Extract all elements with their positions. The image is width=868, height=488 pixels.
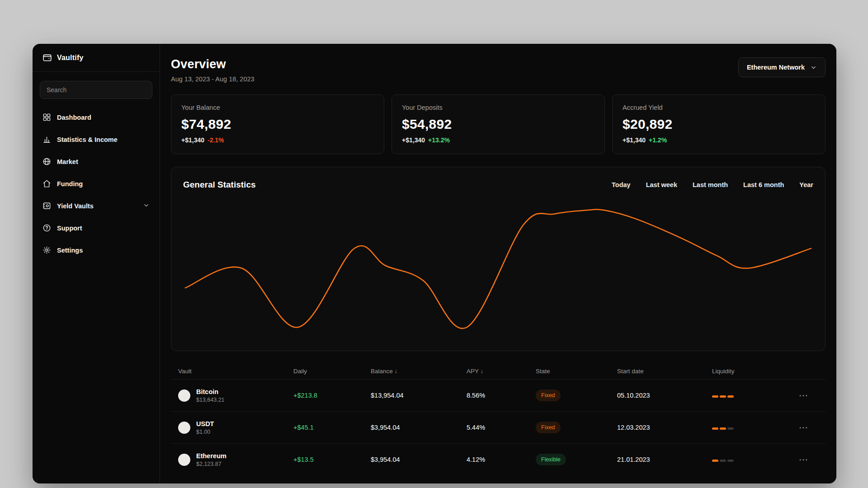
col-header-daily: Daily xyxy=(293,368,371,375)
chart-time-filters: Today Last week Last month Last 6 month … xyxy=(612,181,813,188)
search-input[interactable] xyxy=(40,81,152,99)
row-menu-button[interactable]: ⋯ xyxy=(795,421,812,434)
dashboard-icon xyxy=(42,113,51,122)
stat-card-balance: Your Balance $74,892 +$1,340 -2.1% xyxy=(171,94,384,154)
balance-value: $3,954.04 xyxy=(371,424,467,431)
apy-value: 4.12% xyxy=(467,456,536,463)
stat-delta-pct: -2.1% xyxy=(208,136,224,144)
stat-delta-amount: +$1,340 xyxy=(402,136,425,144)
daily-change: +$13.5 xyxy=(293,456,371,463)
start-date: 12.03.2023 xyxy=(617,424,712,431)
sidebar-item-market[interactable]: Market xyxy=(36,150,156,173)
vaults-table: Vault Daily Balance ↓ APY ↓ State Start … xyxy=(171,363,826,475)
liquidity-indicator xyxy=(712,427,734,430)
stat-delta: +$1,340 +13.2% xyxy=(402,136,594,144)
app-window: Vaultify Dashboard Statistics & Income M… xyxy=(33,44,836,483)
main-content: Overview Aug 13, 2023 - Aug 18, 2023 Eth… xyxy=(160,44,836,483)
sidebar-item-label: Dashboard xyxy=(57,114,91,121)
chevron-down-icon[interactable] xyxy=(143,202,150,210)
sidebar: Vaultify Dashboard Statistics & Income M… xyxy=(33,44,160,483)
daily-change: +$213.8 xyxy=(293,392,371,399)
stat-label: Your Balance xyxy=(181,104,374,111)
home-icon xyxy=(42,179,51,188)
filter-last-month[interactable]: Last month xyxy=(693,181,728,188)
stat-delta-pct: +1.2% xyxy=(649,136,667,144)
filter-last-week[interactable]: Last week xyxy=(646,181,677,188)
stat-delta-amount: +$1,340 xyxy=(181,136,204,144)
sidebar-item-label: Settings xyxy=(57,247,83,254)
stat-label: Your Deposits xyxy=(402,104,594,111)
stat-card-deposits: Your Deposits $54,892 +$1,340 +13.2% xyxy=(392,94,605,154)
stat-label: Accrued Yield xyxy=(623,104,815,111)
stats-row: Your Balance $74,892 +$1,340 -2.1% Your … xyxy=(171,94,826,154)
ellipsis-icon: ⋯ xyxy=(799,390,808,400)
line-chart-svg xyxy=(183,200,813,332)
filter-year[interactable]: Year xyxy=(799,181,813,188)
page-header: Overview Aug 13, 2023 - Aug 18, 2023 Eth… xyxy=(171,57,826,83)
vault-price: $1.00 xyxy=(196,429,214,435)
liquidity-indicator xyxy=(712,460,734,462)
vault-icon xyxy=(42,202,51,210)
vault-price: $13,643.21 xyxy=(196,397,225,403)
bar-chart-icon xyxy=(42,135,51,144)
vault-name: Bitcoin xyxy=(196,388,225,395)
sidebar-item-yield-vaults[interactable]: Yield Vaults xyxy=(36,195,156,217)
start-date: 05.10.2023 xyxy=(617,392,712,399)
stat-delta: +$1,340 -2.1% xyxy=(181,136,374,144)
coin-avatar xyxy=(178,389,190,402)
col-header-liquidity: Liquidity xyxy=(712,368,789,375)
vault-name: Ethereum xyxy=(196,452,226,460)
col-header-balance[interactable]: Balance ↓ xyxy=(371,368,467,375)
globe-icon xyxy=(42,157,51,166)
coin-avatar xyxy=(178,422,190,434)
stat-value: $74,892 xyxy=(181,117,374,132)
state-badge: Flexible xyxy=(536,454,566,465)
stat-delta-amount: +$1,340 xyxy=(623,136,646,144)
network-selector-label: Ethereum Network xyxy=(747,64,805,71)
table-row-bitcoin[interactable]: Bitcoin $13,643.21 +$213.8 $13,954.04 8.… xyxy=(171,379,826,411)
row-menu-button[interactable]: ⋯ xyxy=(795,389,812,402)
sidebar-item-settings[interactable]: Settings xyxy=(36,239,156,261)
table-row-ethereum[interactable]: Ethereum $2,123.87 +$13.5 $3,954.04 4.12… xyxy=(171,443,826,475)
vault-name: USDT xyxy=(196,420,214,427)
stat-card-accrued-yield: Accrued Yield $20,892 +$1,340 +1.2% xyxy=(612,94,826,154)
general-statistics-chart xyxy=(183,200,813,332)
sidebar-item-statistics-income[interactable]: Statistics & Income xyxy=(36,128,156,150)
stat-delta-pct: +13.2% xyxy=(428,136,450,144)
balance-value: $13,954.04 xyxy=(371,392,467,399)
sidebar-item-funding[interactable]: Funding xyxy=(36,173,156,195)
sidebar-nav: Dashboard Statistics & Income Market Fun… xyxy=(33,102,160,266)
stat-value: $54,892 xyxy=(402,117,594,132)
chart-line xyxy=(185,210,811,328)
network-selector-button[interactable]: Ethereum Network xyxy=(738,57,826,77)
filter-today[interactable]: Today xyxy=(612,181,631,188)
chevron-down-icon xyxy=(810,64,817,71)
vault-price: $2,123.87 xyxy=(196,461,226,467)
settings-icon xyxy=(42,246,51,254)
col-header-apy[interactable]: APY ↓ xyxy=(467,368,536,375)
sidebar-item-dashboard[interactable]: Dashboard xyxy=(36,106,156,128)
apy-value: 5.44% xyxy=(467,424,536,431)
sidebar-item-label: Statistics & Income xyxy=(57,136,118,143)
daily-change: +$45.1 xyxy=(293,424,371,431)
date-range: Aug 13, 2023 - Aug 18, 2023 xyxy=(171,75,255,83)
sidebar-item-label: Funding xyxy=(57,180,83,188)
row-menu-button[interactable]: ⋯ xyxy=(795,453,812,466)
table-header-row: Vault Daily Balance ↓ APY ↓ State Start … xyxy=(171,363,826,379)
liquidity-indicator xyxy=(712,395,734,398)
start-date: 21.01.2023 xyxy=(617,456,712,463)
coin-avatar xyxy=(178,454,190,466)
stat-value: $20,892 xyxy=(623,117,815,132)
chart-title: General Statistics xyxy=(183,180,256,190)
table-row-usdt[interactable]: USDT $1.00 +$45.1 $3,954.04 5.44% Fixed … xyxy=(171,411,826,443)
sidebar-item-support[interactable]: Support xyxy=(36,217,156,239)
col-header-vault: Vault xyxy=(178,368,293,375)
state-badge: Fixed xyxy=(536,422,561,433)
page-title: Overview xyxy=(171,57,255,71)
app-name: Vaultify xyxy=(57,54,84,62)
col-header-start-date: Start date xyxy=(617,368,712,375)
ellipsis-icon: ⋯ xyxy=(799,422,808,432)
filter-last-6-month[interactable]: Last 6 month xyxy=(743,181,784,188)
sidebar-item-label: Yield Vaults xyxy=(57,202,94,210)
support-icon xyxy=(42,224,51,232)
